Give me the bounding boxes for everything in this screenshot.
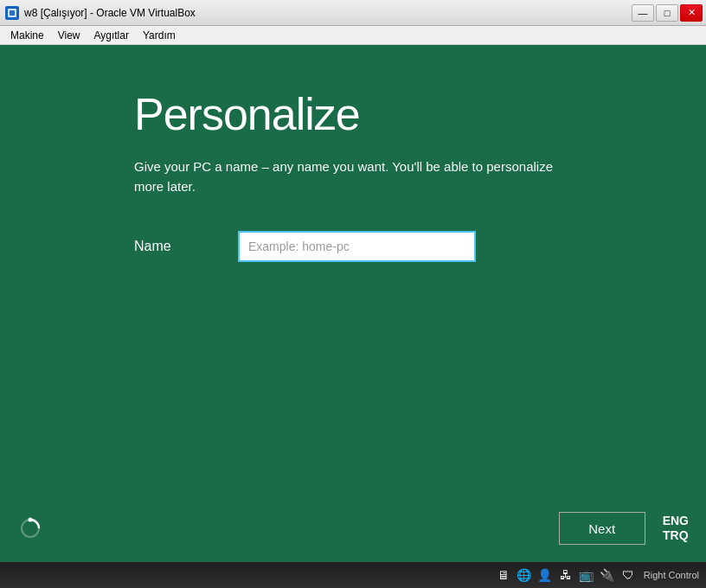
computer-icon[interactable]: 🖧 [557,566,574,584]
right-control-label: Right Control [640,570,703,580]
menu-bar: Makine View Aygıtlar Yardım [0,26,706,45]
loading-icon [17,515,43,541]
display-icon[interactable]: 📺 [578,566,595,584]
network-icon[interactable]: 🖥 [495,566,512,584]
title-bar-left: w8 [Çalışıyor] - Oracle VM VirtualBox [5,6,196,20]
language-display: ENG TRQ [663,514,689,543]
svg-point-4 [29,518,33,522]
next-button[interactable]: Next [559,512,645,545]
bottom-bar: Next ENG TRQ [0,512,706,562]
taskbar: 🖥 🌐 👤 🖧 📺 🔌 🛡 Right Control [0,562,706,588]
name-label: Name [134,239,221,254]
page-title: Personalize [134,88,706,140]
bottom-left [17,515,43,541]
maximize-button[interactable]: □ [656,4,678,22]
window-controls: — □ ✕ [632,4,703,22]
shield-icon[interactable]: 🛡 [619,566,637,584]
virtualbox-icon [5,6,19,20]
user-icon[interactable]: 👤 [536,566,554,584]
lang-secondary: TRQ [663,528,689,543]
globe-icon[interactable]: 🌐 [516,566,533,584]
lang-primary: ENG [663,514,689,528]
window-title: w8 [Çalışıyor] - Oracle VM VirtualBox [24,7,196,19]
page-description: Give your PC a name – any name you want.… [134,157,584,196]
menu-view[interactable]: View [51,28,87,43]
menu-yardim[interactable]: Yardım [136,28,183,43]
close-button[interactable]: ✕ [680,4,703,22]
name-row: Name [134,231,706,262]
taskbar-right: 🖥 🌐 👤 🖧 📺 🔌 🛡 Right Control [495,566,703,584]
usb-icon[interactable]: 🔌 [599,566,616,584]
svg-rect-2 [10,10,15,16]
title-bar: w8 [Çalışıyor] - Oracle VM VirtualBox — … [0,0,706,26]
menu-aygitlar[interactable]: Aygıtlar [87,28,135,43]
main-content: Personalize Give your PC a name – any na… [0,45,706,512]
menu-makine[interactable]: Makine [3,28,51,43]
name-input[interactable] [238,231,476,262]
vm-display: Personalize Give your PC a name – any na… [0,45,706,562]
minimize-button[interactable]: — [632,4,654,22]
bottom-right: Next ENG TRQ [559,512,689,545]
